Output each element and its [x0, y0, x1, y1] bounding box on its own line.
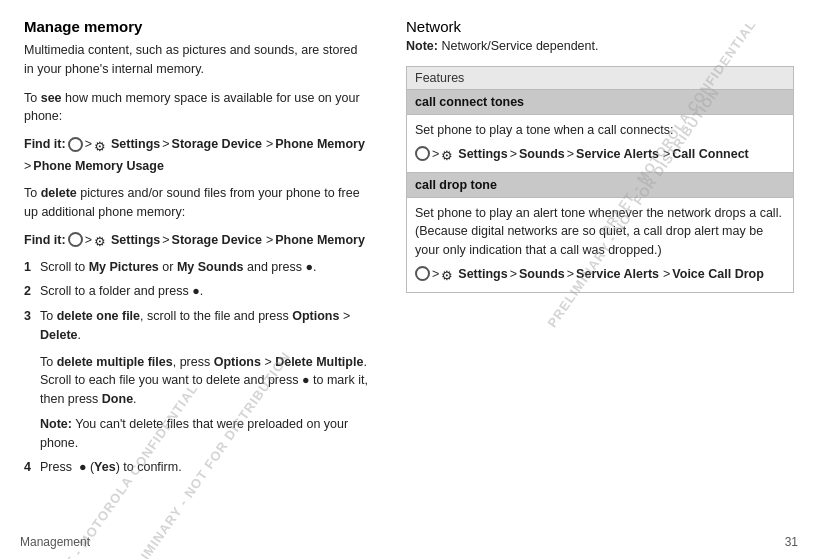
step-3: 3 To delete one file, scroll to the file… [24, 307, 370, 345]
delete-label-1: Delete [40, 328, 78, 342]
bold-delete: delete [41, 186, 77, 200]
gt-f2-2: > [510, 264, 517, 284]
call-connect-f1: Call Connect [672, 144, 748, 164]
gt-1: > [85, 134, 92, 154]
gt-f1-2: > [510, 144, 517, 164]
delete-multiple-btn: Delete Multiple [275, 355, 363, 369]
findit1-label: Find it: [24, 134, 66, 154]
feature-1-find: > Settings > Sounds > Service Alerts > C… [415, 144, 785, 164]
delete-multiple-label: delete multiple files [57, 355, 173, 369]
delete-one-file: delete one file [57, 309, 140, 323]
gt-f2-3: > [567, 264, 574, 284]
settings-icon-1 [94, 137, 109, 152]
right-section-title: Network [406, 18, 794, 35]
feature-2-body: Set phone to play an alert tone whenever… [407, 198, 793, 292]
settings-icon-f2 [441, 266, 456, 281]
bold-see: see [41, 91, 62, 105]
step-4: 4 Press ● (Yes) to confirm. [24, 458, 370, 477]
features-header-row: Features [407, 66, 794, 89]
phone-memory-2: Phone Memory [275, 230, 365, 250]
gt-2: > [162, 134, 169, 154]
options-label-1: Options [292, 309, 339, 323]
step-3-num: 3 [24, 307, 31, 326]
feature-1-body: Set phone to play a tone when a call con… [407, 115, 793, 172]
sounds-f2: Sounds [519, 264, 565, 284]
service-alerts-f1: Service Alerts [576, 144, 659, 164]
findit2-label: Find it: [24, 230, 66, 250]
feature-2-name: call drop tone [407, 173, 793, 198]
settings-f2: Settings [458, 264, 507, 284]
gt-6: > [162, 230, 169, 250]
para-delete: To delete pictures and/or sound files fr… [24, 184, 370, 222]
gt-4: > [24, 156, 31, 176]
note-label: Note: [40, 417, 72, 431]
footer-section-label: Management [20, 535, 90, 549]
settings-label-1: Settings [111, 134, 160, 154]
gt-f2-1: > [432, 264, 439, 284]
note-para: Note: You can't delete files that were p… [24, 415, 370, 453]
gt-f1-1: > [432, 144, 439, 164]
options-label-2: Options [214, 355, 261, 369]
feature-1-cell: call connect tones Set phone to play a t… [407, 89, 794, 172]
settings-f1: Settings [458, 144, 507, 164]
settings-icon-2 [94, 232, 109, 247]
page-container: Manage memory Multimedia content, such a… [0, 0, 818, 559]
phone-memory-1: Phone Memory [275, 134, 365, 154]
feature-1-desc: Set phone to play a tone when a call con… [415, 123, 674, 137]
settings-icon-f1 [441, 146, 456, 161]
my-sounds: My Sounds [177, 260, 244, 274]
gt-5: > [85, 230, 92, 250]
features-header-cell: Features [407, 66, 794, 89]
step-1-num: 1 [24, 258, 31, 277]
voice-call-drop-f2: Voice Call Drop [672, 264, 763, 284]
my-pictures: My Pictures [89, 260, 159, 274]
delete-multiple-para: To delete multiple files, press Options … [24, 353, 370, 409]
circle-icon-1 [68, 137, 83, 152]
findit-1: Find it: > Settings > Storage Device > P… [24, 134, 370, 176]
feature-row-2: call drop tone Set phone to play an aler… [407, 172, 794, 292]
service-alerts-f2: Service Alerts [576, 264, 659, 284]
sounds-f1: Sounds [519, 144, 565, 164]
gt-3: > [266, 134, 273, 154]
steps-list: 1 Scroll to My Pictures or My Sounds and… [24, 258, 370, 345]
page-number: 31 [785, 535, 798, 549]
step-2-num: 2 [24, 282, 31, 301]
feature-2-desc: Set phone to play an alert tone whenever… [415, 206, 782, 258]
gt-7: > [266, 230, 273, 250]
circle-icon-f1 [415, 146, 430, 161]
left-column: Manage memory Multimedia content, such a… [0, 0, 390, 559]
left-section-title: Manage memory [24, 18, 370, 35]
gt-f2-4: > [663, 264, 670, 284]
note-bold: Note: [406, 39, 438, 53]
done-label: Done [102, 392, 133, 406]
settings-label-2: Settings [111, 230, 160, 250]
circle-icon-2 [68, 232, 83, 247]
features-table: Features call connect tones Set phone to… [406, 66, 794, 293]
feature-2-cell: call drop tone Set phone to play an aler… [407, 172, 794, 292]
phone-memory-usage: Phone Memory Usage [33, 156, 164, 176]
gt-f1-3: > [567, 144, 574, 164]
circle-icon-f2 [415, 266, 430, 281]
right-column: Network Note: Network/Service dependent.… [390, 0, 818, 559]
step-1: 1 Scroll to My Pictures or My Sounds and… [24, 258, 370, 277]
left-intro: Multimedia content, such as pictures and… [24, 41, 370, 79]
para-see: To see how much memory space is availabl… [24, 89, 370, 127]
right-note: Note: Network/Service dependent. [406, 37, 794, 56]
footer-label: Management [20, 535, 90, 549]
step4-list: 4 Press ● (Yes) to confirm. [24, 458, 370, 477]
feature-2-find: > Settings > Sounds > Service Alerts > V… [415, 264, 785, 284]
step-4-num: 4 [24, 458, 31, 477]
footer-page-number: 31 [785, 535, 798, 549]
storage-device-2: Storage Device [172, 230, 262, 250]
storage-device-1: Storage Device [172, 134, 262, 154]
feature-row-1: call connect tones Set phone to play a t… [407, 89, 794, 172]
findit-2: Find it: > Settings > Storage Device > P… [24, 230, 370, 250]
feature-1-name: call connect tones [407, 90, 793, 115]
gt-f1-4: > [663, 144, 670, 164]
yes-label: Yes [94, 460, 116, 474]
step-2: 2 Scroll to a folder and press ●. [24, 282, 370, 301]
